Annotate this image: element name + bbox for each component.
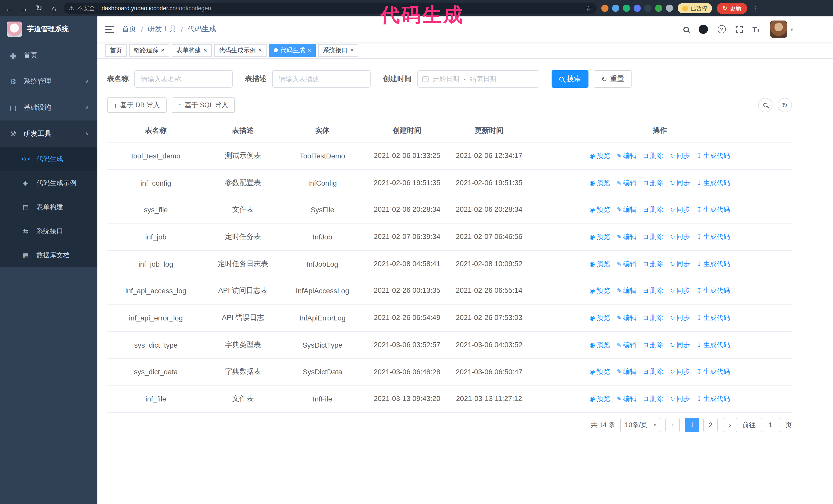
github-icon[interactable]: [698, 25, 708, 34]
action-edit-link[interactable]: ✎编辑: [616, 232, 636, 241]
tab-close-icon[interactable]: ×: [350, 47, 354, 53]
update-button[interactable]: ↻ 更新: [717, 3, 747, 14]
toggle-search-button[interactable]: [758, 98, 772, 112]
action-sync-link[interactable]: ↻同步: [670, 313, 690, 322]
action-delete-link[interactable]: ⊟删除: [643, 151, 663, 161]
home-icon[interactable]: ⌂: [49, 4, 59, 13]
forward-icon[interactable]: →: [19, 4, 29, 13]
import-sql-button[interactable]: ↑ 基于 SQL 导入: [172, 97, 235, 113]
tab-close-icon[interactable]: ×: [308, 47, 311, 53]
import-db-button[interactable]: ↑ 基于 DB 导入: [107, 97, 167, 113]
browser-menu-icon[interactable]: ⋮: [752, 4, 758, 12]
action-generate-link[interactable]: ↧生成代码: [697, 367, 730, 377]
fullscreen-icon[interactable]: [735, 26, 742, 33]
sidebar-item[interactable]: ⚒研发工具∧: [0, 120, 97, 147]
action-delete-link[interactable]: ⊟删除: [643, 232, 663, 241]
date-range-picker[interactable]: 开始日期 - 结束日期: [417, 70, 539, 88]
help-icon[interactable]: ?: [717, 25, 725, 33]
action-sync-link[interactable]: ↻同步: [670, 286, 690, 295]
action-edit-link[interactable]: ✎编辑: [616, 340, 636, 350]
user-menu[interactable]: ▾: [770, 21, 793, 38]
action-sync-link[interactable]: ↻同步: [670, 394, 690, 404]
tab-close-icon[interactable]: ×: [161, 47, 165, 53]
app-logo[interactable]: 芋道管理系统: [0, 17, 97, 42]
action-generate-link[interactable]: ↧生成代码: [697, 178, 730, 187]
extension-icon[interactable]: [612, 5, 619, 12]
tab-item[interactable]: 链路追踪×: [129, 44, 169, 57]
action-generate-link[interactable]: ↧生成代码: [697, 394, 730, 404]
action-preview-link[interactable]: ◉预览: [590, 205, 610, 214]
sidebar-subitem[interactable]: ▤表单构建: [0, 195, 97, 219]
action-sync-link[interactable]: ↻同步: [670, 367, 690, 377]
extension-icon[interactable]: [634, 5, 641, 12]
action-generate-link[interactable]: ↧生成代码: [697, 205, 730, 214]
action-delete-link[interactable]: ⊟删除: [643, 367, 663, 377]
action-edit-link[interactable]: ✎编辑: [616, 259, 636, 268]
sidebar-subitem[interactable]: ▦数据库文档: [0, 243, 97, 267]
tab-active[interactable]: 代码生成×: [269, 44, 316, 57]
action-sync-link[interactable]: ↻同步: [670, 259, 690, 268]
action-preview-link[interactable]: ◉预览: [590, 286, 610, 295]
extension-icon[interactable]: [644, 5, 651, 12]
tab-item[interactable]: 首页: [105, 44, 127, 57]
tab-close-icon[interactable]: ×: [258, 47, 262, 53]
action-delete-link[interactable]: ⊟删除: [643, 394, 663, 404]
action-generate-link[interactable]: ↧生成代码: [697, 259, 730, 268]
refresh-table-button[interactable]: ↻: [778, 98, 792, 112]
action-preview-link[interactable]: ◉预览: [590, 259, 610, 268]
action-delete-link[interactable]: ⊟删除: [643, 313, 663, 322]
sidebar-subitem[interactable]: ◈代码生成示例: [0, 171, 97, 195]
action-generate-link[interactable]: ↧生成代码: [697, 340, 730, 350]
action-sync-link[interactable]: ↻同步: [670, 232, 690, 241]
action-preview-link[interactable]: ◉预览: [590, 232, 610, 241]
goto-page-input[interactable]: [761, 418, 780, 432]
action-sync-link[interactable]: ↻同步: [670, 205, 690, 214]
page-button-1[interactable]: 1: [685, 418, 699, 432]
action-preview-link[interactable]: ◉预览: [590, 340, 610, 350]
extension-icon[interactable]: [666, 5, 673, 12]
table-name-input[interactable]: [134, 70, 233, 88]
action-delete-link[interactable]: ⊟删除: [643, 340, 663, 350]
reset-button[interactable]: ↻ 重置: [594, 70, 632, 88]
sidebar-item[interactable]: ▢基础设施∨: [0, 94, 97, 120]
action-preview-link[interactable]: ◉预览: [590, 367, 610, 377]
prev-page-button[interactable]: ‹: [665, 418, 680, 432]
page-size-select[interactable]: 10条/页 ▾: [620, 418, 660, 432]
reload-icon[interactable]: ↻: [34, 4, 44, 13]
sidebar-subitem[interactable]: ⇆系统接口: [0, 219, 97, 243]
action-edit-link[interactable]: ✎编辑: [616, 367, 636, 377]
back-icon[interactable]: ←: [4, 4, 14, 13]
sidebar-item[interactable]: ◉首页: [0, 42, 97, 68]
action-edit-link[interactable]: ✎编辑: [616, 178, 636, 187]
table-desc-input[interactable]: [272, 70, 371, 88]
action-edit-link[interactable]: ✎编辑: [616, 151, 636, 161]
action-sync-link[interactable]: ↻同步: [670, 151, 690, 161]
breadcrumb-item[interactable]: 代码生成: [188, 25, 216, 34]
address-bar[interactable]: ⚠ 不安全 dashboard.yudao.iocoder.cn/tool/co…: [64, 3, 597, 14]
action-edit-link[interactable]: ✎编辑: [616, 205, 636, 214]
tab-item[interactable]: 系统接口×: [318, 44, 358, 57]
hamburger-icon[interactable]: [105, 26, 114, 32]
tab-close-icon[interactable]: ×: [204, 47, 207, 53]
search-button[interactable]: 搜索: [552, 70, 589, 88]
action-edit-link[interactable]: ✎编辑: [616, 313, 636, 322]
breadcrumb-item[interactable]: 研发工具: [148, 25, 176, 34]
action-preview-link[interactable]: ◉预览: [590, 394, 610, 404]
action-sync-link[interactable]: ↻同步: [670, 340, 690, 350]
breadcrumb-item[interactable]: 首页: [122, 25, 136, 34]
next-page-button[interactable]: ›: [723, 418, 737, 432]
action-delete-link[interactable]: ⊟删除: [643, 259, 663, 268]
action-delete-link[interactable]: ⊟删除: [643, 205, 663, 214]
action-preview-link[interactable]: ◉预览: [590, 151, 610, 161]
action-delete-link[interactable]: ⊟删除: [643, 178, 663, 187]
tab-item[interactable]: 代码生成示例×: [214, 44, 266, 57]
action-sync-link[interactable]: ↻同步: [670, 178, 690, 187]
action-generate-link[interactable]: ↧生成代码: [697, 232, 730, 241]
action-delete-link[interactable]: ⊟删除: [643, 286, 663, 295]
extension-icon[interactable]: [623, 5, 630, 12]
action-generate-link[interactable]: ↧生成代码: [697, 151, 730, 161]
paused-badge[interactable]: 已暂停: [678, 3, 712, 13]
action-generate-link[interactable]: ↧生成代码: [697, 286, 730, 295]
tab-item[interactable]: 表单构建×: [172, 44, 212, 57]
action-generate-link[interactable]: ↧生成代码: [697, 313, 730, 322]
